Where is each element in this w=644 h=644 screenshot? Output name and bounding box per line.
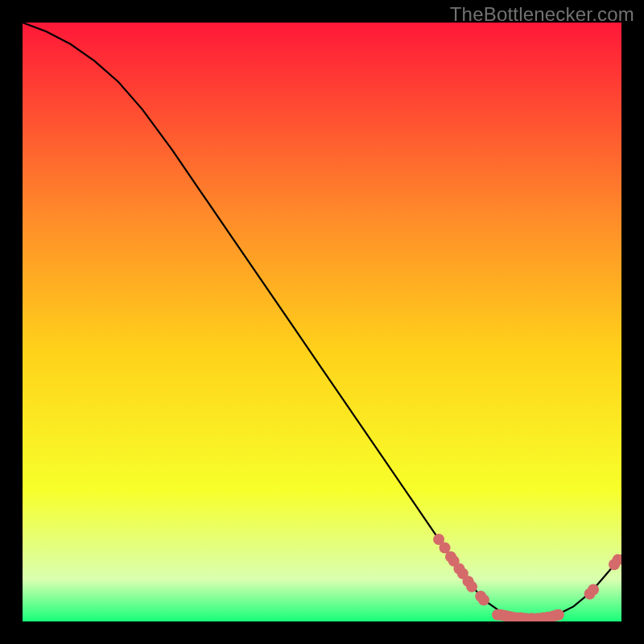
data-marker	[553, 609, 564, 621]
data-marker	[466, 581, 477, 592]
data-marker	[478, 594, 489, 605]
chart-plot-area	[23, 23, 621, 621]
gradient-background	[23, 23, 621, 621]
chart-frame: TheBottlenecker.com	[0, 0, 644, 644]
watermark-text: TheBottlenecker.com	[450, 3, 634, 26]
chart-svg	[23, 23, 621, 621]
data-marker	[588, 584, 599, 596]
